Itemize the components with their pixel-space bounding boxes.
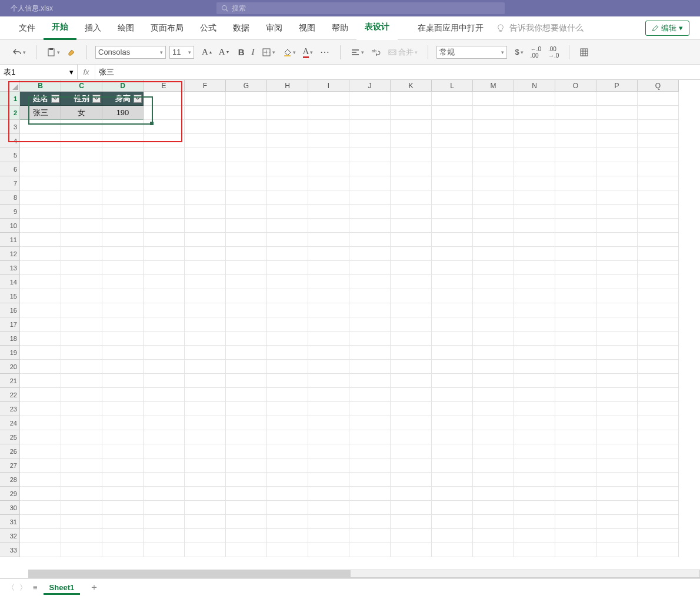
row-header[interactable]: 23 — [0, 402, 20, 416]
sheet-prev-button[interactable]: 〈 — [7, 582, 15, 593]
cell[interactable] — [391, 205, 432, 219]
row-header[interactable]: 20 — [0, 360, 20, 374]
cell[interactable]: 姓名 — [20, 92, 61, 106]
cell[interactable] — [185, 106, 226, 120]
row-header[interactable]: 29 — [0, 487, 20, 501]
cell[interactable] — [185, 529, 226, 543]
cell[interactable] — [638, 515, 679, 529]
cell[interactable] — [596, 416, 638, 430]
cell[interactable] — [596, 388, 638, 402]
cell[interactable] — [61, 416, 102, 430]
cell[interactable] — [267, 473, 308, 487]
cell[interactable] — [555, 219, 596, 233]
cell[interactable] — [102, 148, 144, 162]
open-in-desktop-button[interactable]: 在桌面应用中打开 — [409, 23, 492, 34]
cell[interactable] — [596, 487, 638, 501]
cell[interactable] — [226, 275, 267, 289]
cell[interactable] — [473, 205, 514, 219]
cell[interactable] — [391, 92, 432, 106]
cell[interactable] — [102, 219, 144, 233]
cell[interactable] — [596, 346, 638, 360]
cell[interactable] — [102, 134, 144, 148]
cell[interactable] — [638, 360, 679, 374]
cell[interactable]: 张三 — [20, 106, 61, 120]
font-color-button[interactable]: A▾ — [301, 45, 315, 59]
cell[interactable] — [596, 120, 638, 134]
cell[interactable] — [391, 120, 432, 134]
cell[interactable] — [102, 120, 144, 134]
cell[interactable] — [391, 458, 432, 473]
row-header[interactable]: 24 — [0, 416, 20, 430]
cell[interactable] — [185, 247, 226, 261]
cell[interactable] — [267, 120, 308, 134]
cell[interactable] — [555, 289, 596, 303]
cell[interactable] — [20, 120, 61, 134]
cell[interactable] — [555, 205, 596, 219]
cell[interactable] — [61, 176, 102, 190]
cell[interactable] — [432, 289, 473, 303]
cell[interactable] — [308, 303, 349, 317]
cell[interactable] — [638, 106, 679, 120]
tab-layout[interactable]: 页面布局 — [142, 16, 192, 40]
cell[interactable] — [473, 190, 514, 205]
column-header[interactable]: F — [185, 80, 226, 92]
cell[interactable] — [596, 92, 638, 106]
cell[interactable] — [102, 529, 144, 543]
cell[interactable] — [473, 487, 514, 501]
cell[interactable] — [61, 374, 102, 388]
cell[interactable] — [638, 332, 679, 346]
grid-area[interactable]: BCDEFGHIJKLMNOPQ 1姓名性别身高2张三女190345678910… — [0, 80, 700, 578]
cell[interactable] — [102, 162, 144, 176]
cell[interactable] — [638, 430, 679, 444]
cell[interactable] — [514, 205, 555, 219]
cell[interactable] — [555, 190, 596, 205]
cell[interactable] — [20, 332, 61, 346]
cell[interactable] — [267, 106, 308, 120]
row-header[interactable]: 11 — [0, 233, 20, 247]
cell[interactable] — [226, 416, 267, 430]
cell[interactable] — [596, 501, 638, 515]
tab-draw[interactable]: 绘图 — [109, 16, 142, 40]
cell[interactable] — [20, 487, 61, 501]
cell[interactable] — [432, 346, 473, 360]
cell[interactable] — [267, 402, 308, 416]
cell[interactable] — [144, 275, 185, 289]
cell[interactable] — [102, 543, 144, 557]
row-header[interactable]: 10 — [0, 219, 20, 233]
cell[interactable] — [391, 444, 432, 458]
cell[interactable] — [432, 162, 473, 176]
cell[interactable] — [638, 247, 679, 261]
cell[interactable] — [61, 388, 102, 402]
cell[interactable] — [349, 134, 391, 148]
cell[interactable] — [20, 219, 61, 233]
cell[interactable] — [391, 487, 432, 501]
column-header[interactable]: J — [349, 80, 391, 92]
cell[interactable] — [391, 473, 432, 487]
cell[interactable] — [473, 430, 514, 444]
cell[interactable] — [432, 332, 473, 346]
cell[interactable] — [144, 247, 185, 261]
cell[interactable] — [144, 261, 185, 275]
cell[interactable] — [226, 120, 267, 134]
cell[interactable] — [185, 190, 226, 205]
cell[interactable] — [596, 402, 638, 416]
increase-decimal-button[interactable]: ←.0.00 — [529, 45, 543, 60]
tab-table-design[interactable]: 表设计 — [356, 16, 398, 40]
cell[interactable] — [144, 289, 185, 303]
align-button[interactable]: ▾ — [349, 46, 366, 58]
formula-input[interactable]: 张三 — [95, 65, 700, 79]
column-header[interactable]: K — [391, 80, 432, 92]
row-header[interactable]: 17 — [0, 317, 20, 332]
cell[interactable] — [144, 501, 185, 515]
cell[interactable] — [391, 219, 432, 233]
cell[interactable] — [144, 388, 185, 402]
decrease-decimal-button[interactable]: .00→.0 — [546, 45, 561, 60]
cell[interactable] — [432, 176, 473, 190]
cell[interactable] — [226, 402, 267, 416]
cell[interactable] — [226, 388, 267, 402]
cell[interactable] — [61, 487, 102, 501]
column-header[interactable]: N — [514, 80, 555, 92]
cell[interactable] — [432, 543, 473, 557]
cell[interactable] — [308, 458, 349, 473]
row-header[interactable]: 15 — [0, 289, 20, 303]
